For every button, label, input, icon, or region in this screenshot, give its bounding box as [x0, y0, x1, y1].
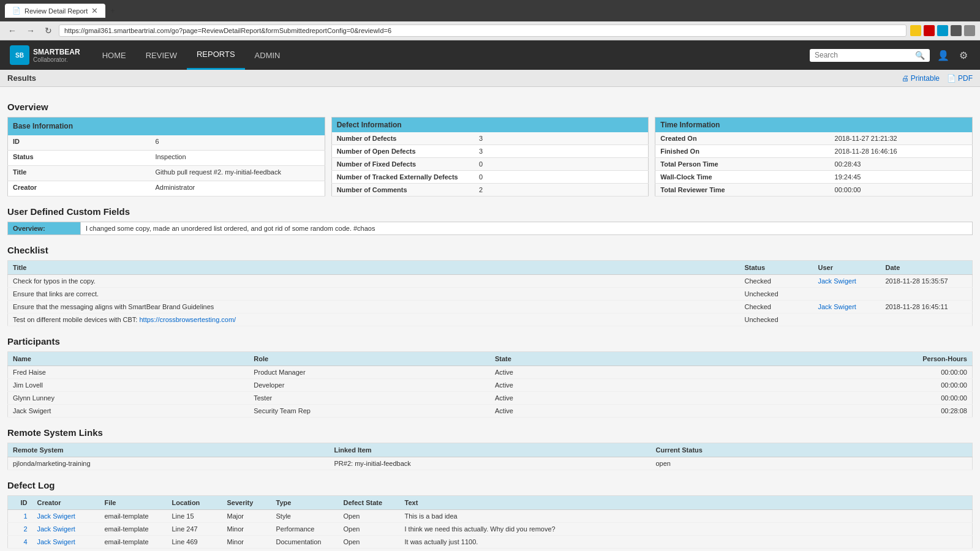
tab-close-button[interactable]: ✕ [91, 6, 98, 15]
defect-creator-link[interactable]: Jack Swigert [37, 525, 75, 533]
field-value: 2018-11-28 16:46:16 [830, 145, 973, 158]
bookmark-icon[interactable] [910, 25, 921, 36]
field-label: ID [8, 135, 151, 150]
table-row: Ensure that the messaging aligns with Sm… [8, 301, 973, 313]
participant-name: Jim Lovell [8, 379, 249, 392]
remote-item: PR#2: my-initial-feedback [330, 457, 651, 470]
browser-nav: ← → ↻ [0, 21, 980, 40]
cbt-link[interactable]: https://crossbrowsertesting.com/ [139, 316, 236, 323]
browser-tab[interactable]: 📄 Review Detail Report ✕ [5, 4, 105, 18]
defect-info-table: Defect Information Number of Defects3 Nu… [331, 117, 649, 197]
defect-col-file: File [100, 496, 167, 510]
field-value: 3 [474, 145, 649, 158]
participants-table: Name Role State Person-Hours Fred Haise … [7, 351, 973, 418]
defect-id: 4 [8, 536, 32, 549]
forward-button[interactable]: → [23, 24, 38, 37]
address-bar[interactable] [59, 24, 907, 37]
defect-log-section: Defect Log ID Creator File Location Seve… [7, 480, 973, 549]
table-row: Number of Fixed Defects0 [331, 158, 649, 171]
table-row: ID6 [8, 135, 325, 150]
table-row: Total Reviewer Time00:00:00 [655, 184, 973, 197]
extension-icon-3[interactable] [951, 25, 962, 36]
field-label: Number of Comments [331, 184, 474, 197]
table-row: Total Person Time00:28:43 [655, 158, 973, 171]
checklist-date-cell: 2018-11-28 15:35:57 [881, 275, 973, 288]
printable-link[interactable]: 🖨 Printable [902, 74, 940, 83]
checklist-status-cell: Checked [740, 275, 813, 288]
participant-name: Glynn Lunney [8, 392, 249, 405]
logo-text: SMARTBEAR Collaborator. [33, 48, 80, 63]
field-label: Status [8, 150, 151, 165]
table-row: pjlonda/marketing-training PR#2: my-init… [8, 457, 973, 470]
checklist-date-cell [881, 288, 973, 301]
defect-log-table: ID Creator File Location Severity Type D… [7, 495, 973, 549]
logo-icon: SB [10, 45, 29, 65]
user-link[interactable]: Jack Swigert [818, 277, 856, 285]
checklist-status-cell: Checked [740, 301, 813, 313]
time-info-header: Time Information [655, 118, 973, 133]
checklist-user-cell: Jack Swigert [813, 275, 881, 288]
search-input[interactable] [815, 51, 913, 59]
reload-button[interactable]: ↻ [42, 24, 55, 37]
new-tab-button[interactable]: + [110, 7, 115, 15]
nav-review[interactable]: REVIEW [136, 40, 187, 70]
defect-location: Line 15 [167, 510, 222, 523]
remote-col-item: Linked Item [330, 443, 651, 457]
defect-id-link[interactable]: 1 [23, 512, 27, 520]
participant-state: Active [490, 366, 731, 379]
participant-name: Jack Swigert [8, 405, 249, 418]
defect-id-link[interactable]: 4 [23, 538, 27, 545]
extension-icon-4[interactable] [964, 25, 975, 36]
overview-grid: Base Information ID6 StatusInspection Ti… [7, 117, 973, 197]
participant-role: Product Manager [249, 366, 490, 379]
custom-fields-row: Overview: I changed some copy, made an u… [7, 222, 973, 235]
search-box[interactable]: 🔍 [810, 49, 930, 62]
remote-links-title: Remote System Links [7, 427, 973, 438]
table-row: Number of Defects3 [331, 132, 649, 145]
tab-title: Review Detail Report [24, 7, 88, 15]
field-value: 00:28:43 [830, 158, 973, 171]
settings-icon[interactable]: ⚙ [957, 47, 970, 64]
checklist-section: Checklist Title Status User Date Check f… [7, 245, 973, 326]
field-label: Title [8, 165, 151, 181]
table-row: StatusInspection [8, 150, 325, 165]
extension-icon-2[interactable] [937, 25, 948, 36]
participants-col-state: State [490, 352, 731, 366]
time-info-table: Time Information Created On2018-11-27 21… [655, 117, 973, 197]
nav-reports[interactable]: REPORTS [187, 40, 245, 70]
extension-icon-1[interactable] [924, 25, 935, 36]
defect-severity: Major [222, 510, 271, 523]
checklist-title-cell: Ensure that the messaging aligns with Sm… [8, 301, 740, 313]
defect-creator-link[interactable]: Jack Swigert [37, 538, 75, 545]
participant-hours: 00:28:08 [731, 405, 973, 418]
pdf-link[interactable]: 📄 PDF [947, 74, 973, 83]
checklist-title-cell: Check for typos in the copy. [8, 275, 740, 288]
overview-title: Overview [7, 102, 973, 112]
base-info-header: Base Information [8, 118, 325, 135]
participant-hours: 00:00:00 [731, 392, 973, 405]
defect-file: email-template [100, 523, 167, 536]
nav-admin[interactable]: ADMIN [245, 40, 290, 70]
participant-name: Fred Haise [8, 366, 249, 379]
defect-state: Open [339, 510, 400, 523]
field-label: Total Reviewer Time [655, 184, 830, 197]
user-link[interactable]: Jack Swigert [818, 303, 856, 310]
defect-creator-link[interactable]: Jack Swigert [37, 512, 75, 520]
defect-creator: Jack Swigert [32, 536, 100, 549]
field-value: Administrator [150, 181, 325, 196]
defect-id-link[interactable]: 2 [23, 525, 27, 533]
user-icon[interactable]: 👤 [935, 47, 952, 64]
results-bar: Results 🖨 Printable 📄 PDF [0, 70, 980, 87]
nav-home[interactable]: HOME [92, 40, 136, 70]
overview-section: Overview Base Information ID6 StatusInsp… [7, 102, 973, 197]
table-row: CreatorAdministrator [8, 181, 325, 196]
defect-severity: Minor [222, 523, 271, 536]
field-label: Number of Open Defects [331, 145, 474, 158]
defect-state: Open [339, 536, 400, 549]
pdf-icon: 📄 [947, 74, 956, 83]
back-button[interactable]: ← [5, 24, 20, 37]
participant-role: Security Team Rep [249, 405, 490, 418]
search-button[interactable]: 🔍 [915, 51, 925, 60]
app-logo: SB SMARTBEAR Collaborator. [10, 45, 80, 65]
checklist-col-status: Status [740, 261, 813, 275]
